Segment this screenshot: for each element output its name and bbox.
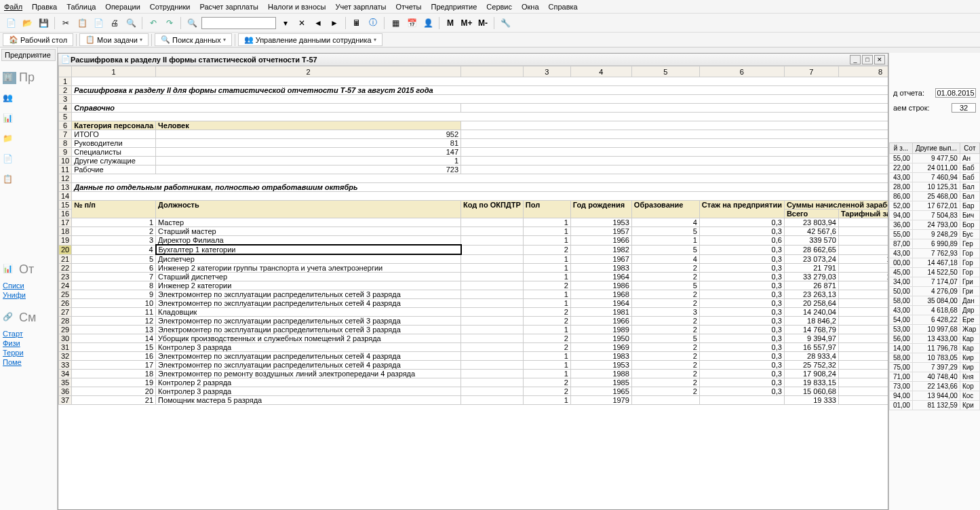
new-icon[interactable]: 📄: [4, 16, 18, 30]
table-row[interactable]: 3216Электромонтер по эксплуатации распре…: [59, 352, 888, 361]
cut-icon[interactable]: ✂: [59, 16, 73, 30]
list-item[interactable]: 58,0035 084,00Дан: [890, 296, 980, 306]
menu-table[interactable]: Таблица: [66, 3, 96, 11]
menu-file[interactable]: Файл: [4, 3, 22, 11]
menu-taxes[interactable]: Налоги и взносы: [268, 3, 326, 11]
search-icon[interactable]: 🔍: [185, 16, 199, 30]
table-row[interactable]: 2913Электромонтер по эксплуатации распре…: [59, 326, 888, 334]
save-icon[interactable]: 💾: [37, 16, 50, 30]
list-item[interactable]: 43,007 762,93Гор: [890, 249, 980, 258]
table-row[interactable]: 182Старший мастер1195750,342 567,626 741…: [59, 227, 888, 236]
table-row[interactable]: 3317Электромонтер по эксплуатации распре…: [59, 361, 888, 370]
paste-icon[interactable]: 📄: [92, 16, 105, 30]
tab-mgmt[interactable]: 👥Управление данными сотрудника▾: [238, 33, 383, 46]
list-item[interactable]: 43,004 618,68Дяр: [890, 306, 980, 315]
list-item[interactable]: 50,004 276,09Гри: [890, 287, 980, 296]
list-item[interactable]: 94,0013 944,00Кос: [890, 391, 980, 401]
table-row[interactable]: 3115Контролер 3 разряда2196920,316 557,9…: [59, 343, 888, 352]
menu-ops[interactable]: Операции: [105, 3, 140, 11]
calc-icon[interactable]: 🖩: [350, 16, 364, 30]
list-item[interactable]: 14,0011 796,78Кар: [890, 344, 980, 353]
menu-accounting[interactable]: Учет зарплаты: [335, 3, 386, 11]
list-item[interactable]: 87,006 990,89Гер: [890, 239, 980, 249]
list-item[interactable]: 52,0017 672,01Бар: [890, 201, 980, 211]
table-row[interactable]: 248Инженер 2 категории2198650,326 87117 …: [59, 281, 888, 290]
table-row[interactable]: 237Старший диспетчер1196420,333 279,0319…: [59, 273, 888, 281]
list-item[interactable]: 54,006 428,22Ере: [890, 315, 980, 325]
list-item[interactable]: 45,0014 522,50Гор: [890, 268, 980, 277]
menu-service[interactable]: Сервис: [486, 3, 512, 11]
list-item[interactable]: 58,0010 783,05Кир: [890, 353, 980, 363]
undo-icon[interactable]: ↶: [146, 16, 160, 30]
link-0[interactable]: Списи: [1, 281, 56, 290]
list-item[interactable]: 22,0024 011,00Баб: [890, 163, 980, 173]
print-icon[interactable]: 🖨: [108, 16, 121, 30]
list-item[interactable]: 53,0010 997,68Жар: [890, 325, 980, 334]
menu-payroll[interactable]: Расчет зарплаты: [199, 3, 258, 11]
table-row[interactable]: 2610Электромонтер по эксплуатации распре…: [59, 299, 888, 308]
spreadsheet[interactable]: 123456789101112Расшифровка к разделу II …: [58, 66, 888, 509]
link-5[interactable]: Поме: [1, 357, 56, 367]
list-item[interactable]: 01,0081 132,59Кри: [890, 401, 980, 410]
grid-icon[interactable]: ▦: [389, 16, 402, 30]
table-row[interactable]: 215Диспетчер1196740,323 073,2419 341,433…: [59, 254, 888, 264]
table-row[interactable]: 259Электромонтер по эксплуатации распред…: [59, 290, 888, 299]
menu-edit[interactable]: Правка: [32, 3, 57, 11]
list-item[interactable]: 86,0025 468,00Бал: [890, 192, 980, 201]
list-item[interactable]: 00,0014 467,18Гор: [890, 258, 980, 268]
minimize-button[interactable]: _: [850, 55, 861, 64]
nav-back-icon[interactable]: ◄: [311, 16, 325, 30]
table-row[interactable]: 3721Помощник мастера 5 разряда1197919 33…: [59, 396, 888, 405]
left-tab-enterprise[interactable]: Предприятие: [1, 49, 56, 61]
list-item[interactable]: 75,007 397,29Кир: [890, 363, 980, 372]
mminus-icon[interactable]: M-: [476, 16, 490, 30]
tab-search[interactable]: 🔍Поиск данных▾: [155, 33, 232, 46]
m-icon[interactable]: M: [444, 16, 457, 30]
tab-desktop[interactable]: 🏠Рабочий стол: [3, 33, 73, 46]
dropdown-icon[interactable]: ▾: [279, 16, 292, 30]
redo-icon[interactable]: ↷: [163, 16, 176, 30]
right-grid[interactable]: й з...Другие вып...Сот55,009 477,50Ан22,…: [889, 142, 980, 410]
table-row[interactable]: 3519Контролер 2 разряда2198520,319 833,1…: [59, 378, 888, 387]
table-row[interactable]: 2711Кладовщик2198130,314 240,048 2246 01…: [59, 308, 888, 317]
maximize-button[interactable]: □: [862, 55, 873, 64]
tab-tasks[interactable]: 📋Мои задачи▾: [79, 33, 149, 46]
menu-help[interactable]: Справка: [549, 3, 578, 11]
search-input[interactable]: [201, 17, 276, 29]
list-item[interactable]: 28,0010 125,31Бал: [890, 182, 980, 192]
table-row[interactable]: 3418Электромонтер по ремонту воздушных л…: [59, 370, 888, 378]
list-item[interactable]: 94,007 504,83Бич: [890, 211, 980, 220]
table-row[interactable]: 2812Электромонтер по эксплуатации распре…: [59, 317, 888, 326]
menu-windows[interactable]: Окна: [522, 3, 539, 11]
list-item[interactable]: 73,0022 143,66Кор: [890, 382, 980, 391]
menu-reports[interactable]: Отчеты: [396, 3, 422, 11]
list-item[interactable]: 56,0013 433,00Кар: [890, 334, 980, 344]
calendar-icon[interactable]: 📅: [405, 16, 418, 30]
list-item[interactable]: 43,007 460,94Баб: [890, 173, 980, 182]
menu-employees[interactable]: Сотрудники: [150, 3, 191, 11]
close-button[interactable]: ✕: [874, 55, 885, 64]
preview-icon[interactable]: 🔍: [124, 16, 138, 30]
report-date-input[interactable]: [935, 88, 976, 98]
menu-enterprise[interactable]: Предприятие: [431, 3, 477, 11]
info-icon[interactable]: ⓘ: [366, 16, 380, 30]
nav-fwd-icon[interactable]: ►: [328, 16, 341, 30]
list-item[interactable]: 71,0040 748,40Кня: [890, 372, 980, 382]
link-3[interactable]: Физи: [1, 338, 56, 348]
table-row[interactable]: 204Бухгалтер 1 категории2198250,328 662,…: [59, 245, 888, 254]
rows-input[interactable]: [952, 103, 976, 113]
list-item[interactable]: 34,007 174,07Гри: [890, 277, 980, 287]
link-4[interactable]: Терри: [1, 348, 56, 357]
list-item[interactable]: 55,009 477,50Ан: [890, 154, 980, 163]
copy-icon[interactable]: 📋: [75, 16, 89, 30]
link-1[interactable]: Унифи: [1, 290, 56, 300]
table-row[interactable]: 171Мастер1195340,323 803,9416 3437 460,9…: [59, 218, 888, 227]
list-item[interactable]: 36,0024 793,00Бор: [890, 220, 980, 230]
user-icon[interactable]: 👤: [421, 16, 435, 30]
open-icon[interactable]: 📂: [20, 16, 34, 30]
table-row[interactable]: 193Директор Филиала1196610,6339 570242 5…: [59, 236, 888, 246]
tools-icon[interactable]: 🔧: [498, 16, 512, 30]
table-row[interactable]: 3014Уборщик производственных и служебных…: [59, 334, 888, 343]
table-row[interactable]: 226Инженер 2 категории группы транспорта…: [59, 264, 888, 273]
table-row[interactable]: 3620Контролер 3 разряда2196520,315 060,6…: [59, 387, 888, 396]
